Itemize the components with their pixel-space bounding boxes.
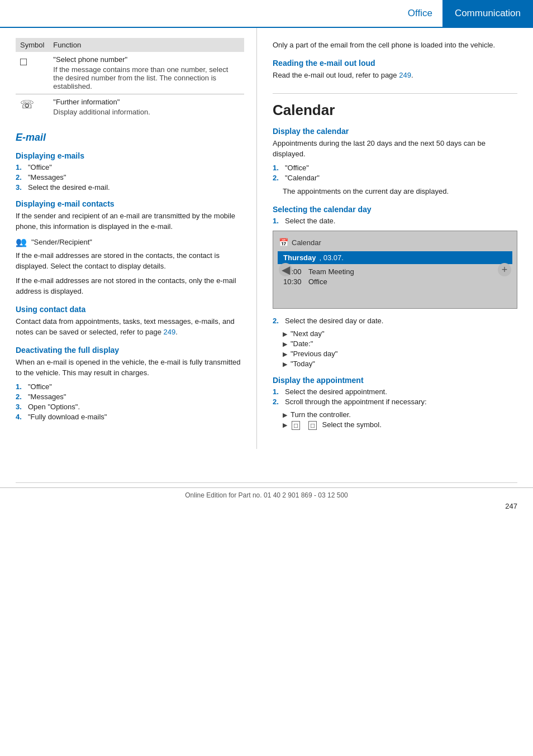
display-calendar-note: The appointments on the current day are …: [283, 186, 517, 197]
email-section-heading: E-mail: [16, 132, 244, 143]
list-item: 3. Select the desired e-mail.: [16, 183, 244, 192]
sender-recipient-label: "Sender/Recipient": [31, 238, 92, 246]
selecting-calendar-day-heading: Selecting the calendar day: [273, 205, 517, 214]
display-calendar-steps: 1. "Office" 2. "Calendar": [273, 164, 517, 182]
displaying-emails-steps: 1. "Office" 2. "Messages" 3. Select the …: [16, 163, 244, 192]
triangle-icon: ▶: [283, 412, 287, 419]
sender-recipient-line: 👥 "Sender/Recipient": [16, 237, 244, 247]
function-title-2: "Further information": [53, 98, 240, 106]
symbol-icon-1: □: [294, 422, 298, 429]
calendar-nav-left[interactable]: ◀: [279, 263, 292, 276]
page-link-249[interactable]: 249: [164, 328, 176, 336]
right-column: Only a part of the email from the cell p…: [257, 28, 533, 449]
list-item: ▶ Turn the controller.: [283, 410, 517, 419]
page-link-249b[interactable]: 249: [399, 71, 411, 79]
list-item: ▶ "Next day": [283, 329, 517, 338]
deactivating-steps: 1. "Office" 2. "Messages" 3. Open "Optio…: [16, 382, 244, 421]
list-item: 1. "Office": [16, 163, 244, 171]
displaying-contacts-body2: If the e-mail addresses are stored in th…: [16, 251, 244, 272]
list-item: 2. Scroll through the appointment if nec…: [273, 398, 517, 406]
symbol-cell-1: □: [16, 52, 49, 94]
using-contact-body: Contact data from appointments, tasks, t…: [16, 317, 244, 338]
calendar-appointment-row: 10:30 Office: [283, 277, 507, 286]
calendar-nav-right[interactable]: +: [498, 263, 511, 276]
selecting-day-step2: 2. Select the desired day or date.: [273, 317, 517, 325]
list-item: 1. Select the date.: [273, 217, 517, 225]
list-item: 1. Select the desired appointment.: [273, 387, 517, 396]
display-calendar-heading: Display the calendar: [273, 127, 517, 136]
reading-loud-body: Read the e-mail out loud, refer to page …: [273, 70, 517, 81]
symbol-function-table: Symbol Function □ "Select phone number" …: [16, 38, 244, 119]
function-desc-2: Display additional information.: [53, 108, 240, 116]
calendar-day: Thursday: [283, 253, 316, 262]
table-header-symbol: Symbol: [16, 38, 49, 52]
list-item: 2. "Messages": [16, 173, 244, 181]
deactivating-body: When an e-mail is opened in the vehicle,…: [16, 357, 244, 379]
function-cell-2: "Further information" Display additional…: [49, 94, 244, 120]
displaying-contacts-body3: If the e-mail addresses are not stored i…: [16, 276, 244, 297]
triangle-icon: ▶: [283, 351, 287, 358]
selecting-day-options: ▶ "Next day" ▶ "Date:" ▶ "Previous day" …: [283, 329, 517, 368]
calendar-big-heading: Calendar: [273, 93, 517, 119]
triangle-icon: ▶: [283, 341, 287, 348]
display-appointment-steps: 1. Select the desired appointment. 2. Sc…: [273, 387, 517, 406]
displaying-contacts-body1: If the sender and recipient of an e-mail…: [16, 211, 244, 232]
appt-title-1: Team Meeting: [308, 267, 354, 276]
header-office-label: Office: [398, 0, 442, 27]
list-item: 3. Open "Options".: [16, 403, 244, 411]
calendar-icon: 📅: [279, 238, 288, 247]
list-item: 2. Select the desired day or date.: [273, 317, 517, 325]
symbol-icon-group: □: [292, 421, 300, 430]
table-header-function: Function: [49, 38, 244, 52]
triangle-icon: ▶: [283, 331, 287, 338]
deactivating-heading: Deactivating the full display: [16, 346, 244, 355]
calendar-date: , 03.07.: [320, 253, 344, 262]
displaying-contacts-heading: Displaying e-mail contacts: [16, 199, 244, 208]
left-column: Symbol Function □ "Select phone number" …: [0, 28, 257, 449]
selecting-day-step1: 1. Select the date.: [273, 217, 517, 225]
list-item: ▶ □ □ Select the symbol.: [283, 420, 517, 430]
calendar-appointment-row: 09:00 Team Meeting: [283, 267, 507, 276]
using-contact-heading: Using contact data: [16, 305, 244, 314]
header-communication-label: Communication: [442, 0, 533, 27]
display-appointment-suboptions: ▶ Turn the controller. ▶ □ □ Select the …: [283, 410, 517, 430]
list-item: ▶ "Date:": [283, 339, 517, 348]
display-calendar-body: Appointments during the last 20 days and…: [273, 138, 517, 160]
list-item: ▶ "Previous day": [283, 350, 517, 358]
function-cell-1: "Select phone number" If the message con…: [49, 52, 244, 94]
list-item: 4. "Fully download e-mails": [16, 413, 244, 421]
table-row: □ "Select phone number" If the message c…: [16, 52, 244, 94]
symbol-icon-2: □: [311, 422, 315, 429]
calendar-date-row: Thursday , 03.07.: [278, 251, 512, 264]
display-appointment-heading: Display the appointment: [273, 376, 517, 385]
displaying-emails-heading: Displaying e-mails: [16, 151, 244, 160]
calendar-title-bar: 📅 Calendar: [273, 236, 517, 249]
appt-time-2: 10:30: [283, 277, 308, 286]
main-content: Symbol Function □ "Select phone number" …: [0, 28, 533, 449]
appt-title-2: Office: [308, 277, 327, 286]
list-item: 1. "Office": [273, 164, 517, 172]
table-row: ☏ "Further information" Display addition…: [16, 94, 244, 120]
symbol-cell-2: ☏: [16, 94, 49, 120]
symbol-icon-group2: □: [308, 421, 317, 430]
triangle-icon: ▶: [283, 361, 287, 368]
list-item: 2. "Messages": [16, 393, 244, 401]
page-header: Office Communication: [0, 0, 533, 28]
list-item: ▶ "Today": [283, 360, 517, 368]
calendar-appointments: 09:00 Team Meeting 10:30 Office: [278, 264, 512, 286]
footer-text: Online Edition for Part no. 01 40 2 901 …: [0, 487, 533, 499]
list-item: 2. "Calendar": [273, 174, 517, 182]
list-item: 1. "Office": [16, 382, 244, 391]
function-desc-1: If the message contains more than one nu…: [53, 65, 240, 90]
calendar-widget: 📅 Calendar Thursday , 03.07. 09:00 Team …: [273, 231, 517, 309]
triangle-icon: ▶: [283, 422, 287, 429]
email-partial-text: Only a part of the email from the cell p…: [273, 40, 517, 51]
calendar-widget-title: Calendar: [292, 238, 321, 247]
reading-loud-heading: Reading the e-mail out loud: [273, 59, 517, 68]
function-title-1: "Select phone number": [53, 55, 240, 64]
page-number: 247: [505, 502, 517, 510]
sender-recipient-icon: 👥: [16, 237, 27, 247]
